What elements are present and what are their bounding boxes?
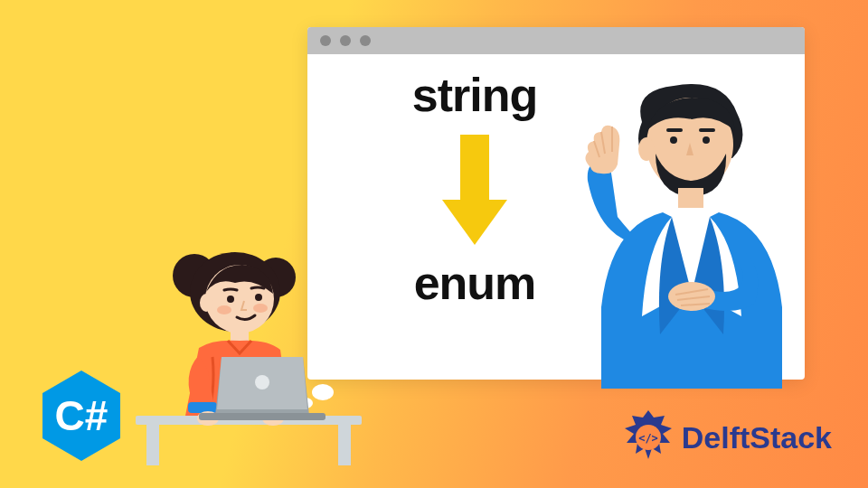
svg-point-13 — [217, 305, 231, 314]
svg-point-15 — [227, 296, 234, 303]
svg-point-3 — [703, 136, 710, 144]
svg-rect-5 — [699, 128, 715, 132]
svg-point-1 — [638, 137, 655, 161]
window-dot-icon — [340, 35, 351, 46]
svg-point-2 — [670, 136, 677, 144]
svg-point-16 — [255, 294, 262, 301]
down-arrow-icon — [452, 135, 497, 243]
svg-point-14 — [253, 304, 268, 313]
svg-rect-23 — [199, 413, 326, 420]
girl-illustration — [145, 212, 398, 465]
brand-name: DelftStack — [682, 420, 832, 455]
delftstack-brand: </> DelftStack — [620, 409, 832, 465]
svg-point-22 — [255, 375, 269, 389]
man-illustration — [556, 81, 818, 389]
csharp-label: C# — [55, 391, 108, 440]
svg-rect-4 — [666, 128, 683, 132]
svg-point-12 — [200, 294, 212, 312]
svg-rect-6 — [678, 188, 703, 208]
delftstack-logo-icon: </> — [620, 409, 676, 465]
window-titlebar — [307, 27, 805, 54]
svg-rect-18 — [188, 402, 217, 413]
keyword-top: string — [362, 68, 588, 122]
window-dot-icon — [360, 35, 371, 46]
svg-text:</>: </> — [638, 432, 658, 445]
window-dot-icon — [320, 35, 331, 46]
hexagon-icon: C# — [36, 371, 127, 461]
csharp-badge: C# — [36, 371, 127, 461]
